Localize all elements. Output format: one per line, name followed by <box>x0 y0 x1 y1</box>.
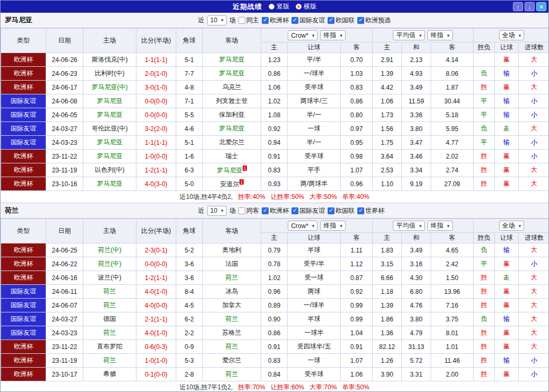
home-team[interactable]: 罗马尼亚 <box>83 94 136 108</box>
away-team[interactable]: 瑞士 <box>203 150 261 163</box>
away-team[interactable]: 安道尔1 <box>203 177 261 191</box>
match-score[interactable]: 1-2(1-1) <box>136 163 176 177</box>
away-team[interactable]: 荷兰 <box>203 368 261 381</box>
match-score[interactable]: 2-3(0-1) <box>136 243 176 257</box>
away-team[interactable]: 荷兰 <box>203 340 261 354</box>
away-team[interactable]: 列支敦士登 <box>203 94 261 108</box>
final-odds-select[interactable]: 终指▾ <box>427 30 453 40</box>
league-filter[interactable]: 欧国联 <box>328 16 355 25</box>
final-odds-select[interactable]: 终指▾ <box>320 221 346 231</box>
match-score[interactable]: 3-0(1-0) <box>136 81 176 94</box>
final-odds-select[interactable]: 终指▾ <box>320 30 346 40</box>
away-team[interactable]: 北爱尔兰 <box>203 136 261 150</box>
match-score[interactable]: 2-1(1-1) <box>136 312 176 326</box>
home-team[interactable]: 荷兰 <box>83 354 136 368</box>
league-checkbox[interactable] <box>328 17 334 24</box>
home-team[interactable]: 罗马尼亚 <box>83 108 136 122</box>
match-score[interactable]: 3-2(2-0) <box>136 122 176 136</box>
away-team[interactable]: 奥地利 <box>203 243 261 257</box>
league-filter[interactable]: 欧洲预选 <box>357 16 391 25</box>
league-filter[interactable]: 欧洲杯 <box>262 206 289 215</box>
same-venue-checkbox[interactable] <box>238 17 245 24</box>
away-team[interactable]: 保加利亚 <box>203 108 261 122</box>
away-team[interactable]: 乌克兰 <box>203 81 261 94</box>
match-score[interactable]: 1-1(1-1) <box>136 136 176 150</box>
home-team[interactable]: 荷兰(中) <box>83 257 136 271</box>
home-team[interactable]: 荷兰 <box>83 326 136 340</box>
same-venue-filter[interactable]: 同客 <box>238 206 259 215</box>
match-row: 国际友谊24-03-23罗马尼亚1-1(1-1)5-1北爱尔兰0.94半/一0.… <box>1 136 549 150</box>
match-score[interactable]: 2-0(1-0) <box>136 67 176 81</box>
move-up-button[interactable]: ↑ <box>513 2 523 11</box>
away-team[interactable]: 爱尔兰 <box>203 354 261 368</box>
layout-radio-vertical[interactable]: 竖版 <box>269 2 289 11</box>
away-team[interactable]: 加拿大 <box>203 299 261 312</box>
away-team[interactable]: 苏格兰 <box>203 326 261 340</box>
match-score[interactable]: 4-0(1-0) <box>136 285 176 299</box>
league-checkbox[interactable] <box>357 17 364 24</box>
match-score[interactable]: 0-0(0-0) <box>136 94 176 108</box>
home-team[interactable]: 哥伦比亚(中) <box>83 122 136 136</box>
away-team[interactable]: 冰岛 <box>203 285 261 299</box>
layout-radio-horizontal[interactable]: 横版 <box>296 2 316 11</box>
away-team[interactable]: 荷兰 <box>203 312 261 326</box>
away-team[interactable]: 罗马尼亚 <box>203 67 261 81</box>
home-team[interactable]: 罗马尼亚 <box>83 177 136 191</box>
match-count-select[interactable]: 10 ▾ <box>207 206 227 216</box>
league-filter[interactable]: 国际友谊 <box>291 206 325 215</box>
same-venue-filter[interactable]: 同主 <box>238 16 259 25</box>
away-team[interactable]: 罗马尼亚 <box>203 53 261 67</box>
home-team[interactable]: 波兰(中) <box>83 271 136 285</box>
league-filter[interactable]: 国际友谊 <box>291 16 325 25</box>
league-checkbox[interactable] <box>328 207 334 214</box>
home-team[interactable]: 罗马尼亚 <box>83 136 136 150</box>
move-down-button[interactable]: ↓ <box>525 2 535 11</box>
same-venue-checkbox[interactable] <box>238 207 245 214</box>
match-score[interactable]: 0-1(0-0) <box>136 368 176 381</box>
home-team[interactable]: 斯洛伐克(中) <box>83 53 136 67</box>
bookmaker-select[interactable]: Crow*▾ <box>288 221 318 231</box>
match-score[interactable]: 0-0(0-0) <box>136 257 176 271</box>
home-team[interactable]: 罗马尼亚 <box>83 150 136 163</box>
league-filter[interactable]: 欧洲杯 <box>262 16 289 25</box>
euro-draw-odds: 3.47 <box>402 136 431 150</box>
league-checkbox[interactable] <box>262 17 269 24</box>
match-score[interactable]: 1-1(1-1) <box>136 53 176 67</box>
match-score[interactable]: 4-0(3-0) <box>136 177 176 191</box>
match-score[interactable]: 4-0(0-0) <box>136 299 176 312</box>
home-team[interactable]: 直布罗陀 <box>83 340 136 354</box>
full-match-select[interactable]: 全场▾ <box>499 221 525 231</box>
close-button[interactable]: ✕ <box>536 2 546 11</box>
away-team[interactable]: 法国 <box>203 257 261 271</box>
home-team[interactable]: 比利时(中) <box>83 67 136 81</box>
home-team[interactable]: 荷兰 <box>83 285 136 299</box>
league-checkbox[interactable] <box>262 207 269 214</box>
match-score[interactable]: 1-0(0-0) <box>136 150 176 163</box>
home-team[interactable]: 罗马尼亚(中) <box>83 81 136 94</box>
league-checkbox[interactable] <box>291 17 298 24</box>
match-score[interactable]: 1-0(1-0) <box>136 354 176 368</box>
league-filter[interactable]: 世界杯 <box>357 206 384 215</box>
match-score[interactable]: 0-0(0-0) <box>136 108 176 122</box>
average-odds-select[interactable]: 平均值▾ <box>393 221 425 231</box>
home-team[interactable]: 以色列(中) <box>83 163 136 177</box>
league-checkbox[interactable] <box>357 207 364 214</box>
away-team[interactable]: 罗马尼亚1 <box>203 163 261 177</box>
league-filter[interactable]: 欧国联 <box>328 206 355 215</box>
bookmaker-select[interactable]: Crow*▾ <box>288 30 318 40</box>
home-team[interactable]: 德国 <box>83 312 136 326</box>
average-odds-select[interactable]: 平均值▾ <box>393 30 425 40</box>
final-odds-select[interactable]: 终指▾ <box>427 221 453 231</box>
match-count-select[interactable]: 10 ▾ <box>207 15 227 25</box>
away-team[interactable]: 罗马尼亚 <box>203 122 261 136</box>
match-score[interactable]: 1-2(1-1) <box>136 271 176 285</box>
home-team[interactable]: 希腊 <box>83 368 136 381</box>
home-team[interactable]: 荷兰 <box>83 299 136 312</box>
match-score[interactable]: 0-6(0-3) <box>136 340 176 354</box>
league-checkbox[interactable] <box>291 207 298 214</box>
home-team[interactable]: 荷兰(中) <box>83 243 136 257</box>
full-match-select[interactable]: 全场▾ <box>499 30 525 40</box>
away-team[interactable]: 荷兰 <box>203 271 261 285</box>
match-score[interactable]: 4-0(1-0) <box>136 326 176 340</box>
handicap-line: 一球半 <box>288 326 341 340</box>
